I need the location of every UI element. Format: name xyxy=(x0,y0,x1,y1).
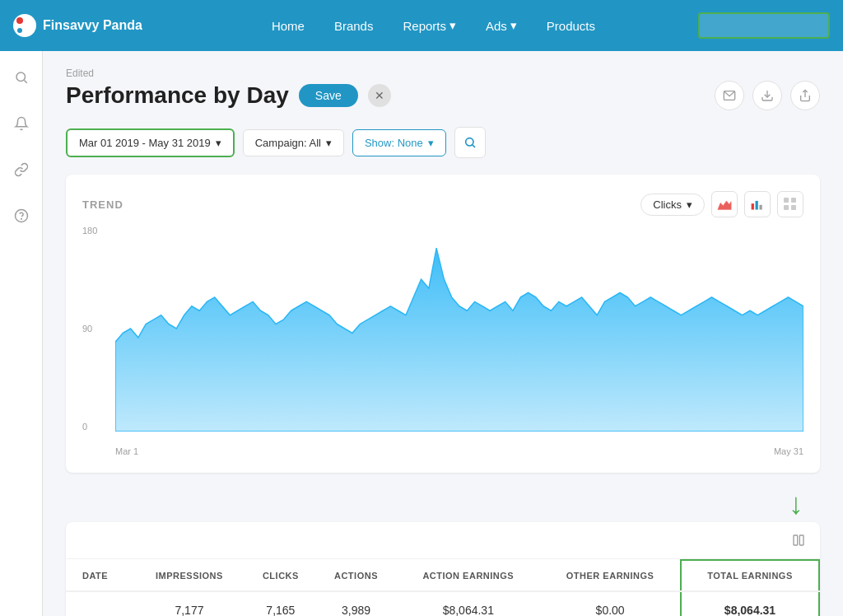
table-row: 7,177 7,165 3,989 $8,064.31 $0.00 $8,064… xyxy=(66,591,819,616)
svg-point-0 xyxy=(16,72,26,82)
nav-ads[interactable]: Ads ▾ xyxy=(474,12,529,40)
svg-rect-13 xyxy=(784,198,789,203)
arrow-container: ↓ xyxy=(66,489,820,519)
logo-dot-blue xyxy=(17,28,22,33)
svg-rect-12 xyxy=(759,205,761,210)
svg-rect-18 xyxy=(799,535,803,545)
date-range-picker[interactable]: Mar 01 2019 - May 31 2019 ▾ xyxy=(66,128,235,157)
top-nav: Finsavvy Panda Home Brands Reports ▾ Ads… xyxy=(0,0,843,51)
sidebar-help-icon[interactable] xyxy=(8,203,35,229)
svg-point-7 xyxy=(465,138,473,146)
nav-home[interactable]: Home xyxy=(260,12,316,40)
chart-type-area[interactable] xyxy=(711,191,738,217)
col-other-earnings: OTHER EARNINGS xyxy=(540,560,681,591)
logo-dot-red xyxy=(16,17,23,24)
svg-rect-10 xyxy=(752,203,754,209)
table-toolbar xyxy=(66,522,820,559)
sidebar-search-icon[interactable] xyxy=(8,64,35,91)
data-table: DATE IMPRESSIONS CLICKS ACTIONS ACTION E… xyxy=(66,559,820,616)
col-clicks: CLICKS xyxy=(245,560,316,591)
sidebar-bell-icon[interactable] xyxy=(8,110,35,137)
share-action-btn[interactable] xyxy=(790,81,820,110)
page-title-row: Performance by Day Save ✕ xyxy=(66,81,820,110)
email-action-btn[interactable] xyxy=(715,81,744,110)
main-content: Edited Performance by Day Save ✕ Mar 01 … xyxy=(43,51,843,616)
col-actions: ACTIONS xyxy=(316,560,397,591)
nav-search-box[interactable] xyxy=(698,12,830,39)
cell-total-earnings: $8,064.31 xyxy=(681,591,819,616)
edited-label: Edited xyxy=(66,68,820,79)
svg-rect-15 xyxy=(784,205,789,210)
col-date: DATE xyxy=(66,560,133,591)
layout: Edited Performance by Day Save ✕ Mar 01 … xyxy=(0,51,843,616)
sidebar-link-icon[interactable] xyxy=(8,156,35,183)
svg-rect-17 xyxy=(794,535,798,545)
metric-dropdown[interactable]: Clicks ▾ xyxy=(640,194,705,216)
columns-toggle-btn[interactable] xyxy=(787,529,810,552)
logo-icon xyxy=(13,14,36,37)
chart-svg-container xyxy=(115,226,803,432)
filter-search-btn[interactable] xyxy=(454,127,486,158)
nav-products[interactable]: Products xyxy=(535,12,607,40)
green-arrow-icon: ↓ xyxy=(789,489,803,519)
trend-label: TREND xyxy=(82,198,123,211)
nav-logo: Finsavvy Panda xyxy=(13,14,142,37)
col-total-earnings: TOTAL EARNINGS xyxy=(681,560,819,591)
col-action-earnings: ACTION EARNINGS xyxy=(396,560,540,591)
chart-controls: Clicks ▾ xyxy=(640,191,803,217)
cell-other-earnings: $0.00 xyxy=(540,591,681,616)
svg-rect-14 xyxy=(791,198,796,203)
filter-row: Mar 01 2019 - May 31 2019 ▾ Campaign: Al… xyxy=(66,127,820,158)
cell-clicks: 7,165 xyxy=(245,591,316,616)
sidebar xyxy=(0,51,43,616)
col-impressions: IMPRESSIONS xyxy=(133,560,245,591)
chart-area: 180 90 0 xyxy=(82,226,803,456)
cell-date xyxy=(66,591,133,616)
cell-actions: 3,989 xyxy=(316,591,397,616)
nav-links: Home Brands Reports ▾ Ads ▾ Products xyxy=(169,12,698,40)
save-button[interactable]: Save xyxy=(299,84,358,107)
nav-brands[interactable]: Brands xyxy=(323,12,385,40)
campaign-filter[interactable]: Campaign: All ▾ xyxy=(243,129,344,156)
cell-action-earnings: $8,064.31 xyxy=(396,591,540,616)
brand-name: Finsavvy Panda xyxy=(43,18,142,33)
x-axis: Mar 1 May 31 xyxy=(115,446,803,456)
svg-rect-11 xyxy=(756,201,758,210)
svg-rect-16 xyxy=(791,205,796,210)
chart-header: TREND Clicks ▾ xyxy=(82,191,803,217)
nav-reports[interactable]: Reports ▾ xyxy=(391,12,468,40)
cell-impressions: 7,177 xyxy=(133,591,245,616)
svg-line-1 xyxy=(24,80,26,82)
action-icons xyxy=(715,81,820,110)
chart-type-grid[interactable] xyxy=(777,191,803,217)
svg-line-8 xyxy=(473,145,475,147)
download-action-btn[interactable] xyxy=(752,81,782,110)
data-table-section: DATE IMPRESSIONS CLICKS ACTIONS ACTION E… xyxy=(66,522,820,616)
chart-card: TREND Clicks ▾ xyxy=(66,175,820,473)
svg-marker-9 xyxy=(718,201,731,210)
chart-type-bar[interactable] xyxy=(744,191,771,217)
page-title: Performance by Day xyxy=(66,82,289,109)
show-filter[interactable]: Show: None ▾ xyxy=(352,129,446,156)
close-button[interactable]: ✕ xyxy=(368,84,391,107)
y-axis: 180 90 0 xyxy=(82,226,97,456)
